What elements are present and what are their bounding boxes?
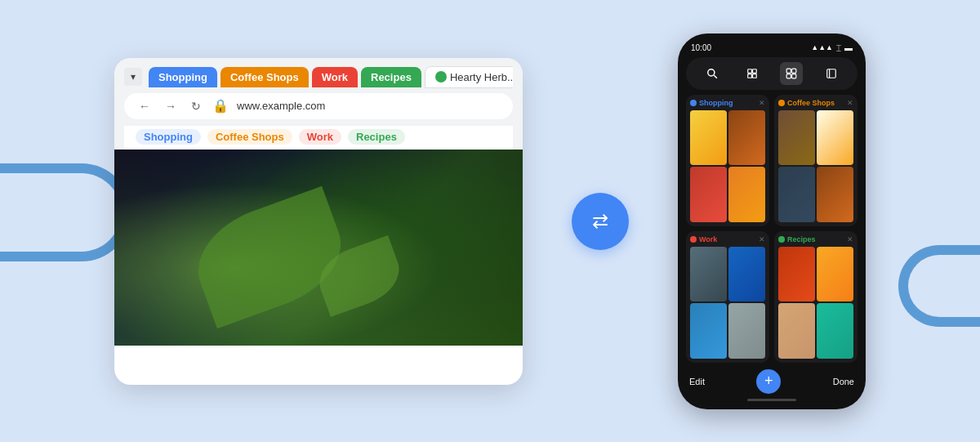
browser-tab-coffee-shops[interactable]: Coffee Shops	[220, 67, 309, 87]
phone-group-recipes-label: Recipes	[778, 235, 816, 243]
signal-icon: ▲▲▲	[811, 43, 833, 51]
phone-tab-group-shopping-header: Shopping ✕	[690, 99, 765, 107]
address-bar-text[interactable]: www.example.com	[237, 100, 501, 112]
phone-status-bar: 10:00 ▲▲▲ ⌶ ▬	[686, 43, 858, 52]
tab-group-work[interactable]: Work	[299, 129, 341, 145]
shopping-thumb-3	[690, 167, 727, 222]
coffee-group-close[interactable]: ✕	[847, 99, 853, 107]
recipes-thumbnails	[778, 247, 853, 359]
recipes-thumb-4	[817, 303, 853, 359]
forward-button[interactable]: →	[162, 98, 180, 114]
phone-time: 10:00	[691, 43, 711, 52]
main-container: ▾ Shopping Coffee Shops Work Recipes Hea…	[0, 0, 980, 442]
browser-tab-recipes[interactable]: Recipes	[361, 67, 421, 87]
svg-point-0	[708, 69, 715, 75]
edit-button[interactable]: Edit	[689, 377, 705, 386]
decorative-curve-right	[898, 245, 980, 327]
phone-tab-group-coffee-header: Coffee Shops ✕	[778, 99, 853, 107]
coffee-thumb-2	[817, 110, 853, 166]
recipes-dot	[778, 236, 785, 243]
recipes-label-text: Recipes	[787, 235, 816, 243]
phone-group-coffee-label: Coffee Shops	[778, 99, 835, 107]
phone-tab-group-shopping[interactable]: Shopping ✕	[686, 95, 769, 226]
phone-group-shopping-label: Shopping	[690, 99, 733, 107]
browser-tab-bar: ▾ Shopping Coffee Shops Work Recipes Hea…	[124, 66, 513, 88]
coffee-thumb-3	[778, 167, 815, 222]
transfer-icon: ⇄	[572, 193, 629, 250]
svg-rect-10	[827, 69, 836, 78]
shopping-thumbnails	[690, 110, 765, 222]
recipes-group-close[interactable]: ✕	[847, 235, 853, 243]
shopping-group-close[interactable]: ✕	[759, 99, 765, 107]
work-dot	[690, 236, 697, 243]
svg-rect-8	[786, 74, 791, 78]
search-icon-button[interactable]	[701, 62, 724, 85]
svg-rect-3	[752, 69, 756, 73]
tab-group-recipes[interactable]: Recipes	[348, 129, 405, 145]
add-icon: +	[764, 373, 773, 390]
transfer-arrows-icon: ⇄	[592, 210, 608, 233]
shopping-dot	[690, 100, 697, 106]
browser-tab-hearty[interactable]: Hearty Herb...	[425, 66, 513, 88]
phone-tabs-grid: Shopping ✕ Coffee Shops	[686, 95, 858, 363]
recipes-thumb-3	[778, 303, 815, 359]
browser-chrome: ▾ Shopping Coffee Shops Work Recipes Hea…	[114, 58, 523, 150]
phone-group-work-label: Work	[690, 235, 717, 243]
work-thumb-4	[728, 303, 765, 359]
coffee-label-text: Coffee Shops	[787, 99, 835, 107]
work-thumbnails	[690, 247, 765, 359]
svg-rect-5	[752, 74, 756, 78]
shopping-thumb-1	[690, 110, 727, 166]
shopping-thumb-4	[728, 167, 765, 222]
tabs-icon-button[interactable]	[741, 62, 764, 85]
home-indicator	[747, 399, 796, 401]
bookmarks-icon-button[interactable]	[820, 62, 843, 85]
phone-tab-group-coffee[interactable]: Coffee Shops ✕	[774, 95, 858, 226]
done-button[interactable]: Done	[833, 377, 854, 386]
svg-line-1	[715, 75, 718, 78]
work-group-close[interactable]: ✕	[759, 235, 765, 243]
decorative-curve-left	[0, 163, 131, 261]
svg-rect-7	[792, 69, 796, 73]
browser-address-bar: ← → ↻ 🔒 www.example.com	[124, 93, 513, 119]
recipes-thumb-2	[817, 247, 853, 302]
shopping-thumb-2	[728, 110, 765, 166]
add-tab-button[interactable]: +	[756, 369, 781, 394]
recipes-thumb-1	[778, 247, 815, 302]
svg-rect-2	[748, 69, 752, 73]
phone-tab-group-recipes[interactable]: Recipes ✕	[774, 231, 858, 363]
coffee-thumb-4	[817, 167, 853, 222]
browser-tab-shopping[interactable]: Shopping	[149, 67, 217, 87]
reload-button[interactable]: ↻	[188, 98, 204, 114]
phone-icons-bar	[686, 57, 858, 90]
tab-dropdown-button[interactable]: ▾	[124, 68, 142, 86]
work-thumb-2	[728, 247, 765, 302]
work-label-text: Work	[699, 235, 717, 243]
coffee-dot	[778, 100, 785, 106]
browser-tab-work[interactable]: Work	[312, 67, 358, 87]
security-icon: 🔒	[212, 98, 229, 114]
wifi-icon: ⌶	[836, 43, 841, 52]
battery-icon: ▬	[844, 43, 853, 52]
svg-rect-6	[786, 69, 791, 73]
svg-rect-9	[792, 74, 796, 78]
phone-bottom-bar: Edit + Done	[686, 363, 858, 394]
work-thumb-3	[690, 303, 727, 359]
phone-tab-group-recipes-header: Recipes ✕	[778, 235, 853, 243]
browser-content-area	[114, 150, 523, 346]
phone-mockup: 10:00 ▲▲▲ ⌶ ▬	[678, 33, 866, 409]
shopping-label-text: Shopping	[699, 99, 733, 107]
coffee-thumbnails	[778, 110, 853, 222]
browser-mockup: ▾ Shopping Coffee Shops Work Recipes Hea…	[114, 58, 523, 385]
phone-tab-group-work-header: Work ✕	[690, 235, 765, 243]
svg-rect-4	[748, 74, 752, 78]
tab-group-coffee-shops[interactable]: Coffee Shops	[207, 129, 292, 145]
coffee-thumb-1	[778, 110, 815, 166]
tab-group-shopping[interactable]: Shopping	[136, 129, 201, 145]
tab-groups-icon-button[interactable]	[780, 62, 803, 85]
hearty-tab-label: Hearty Herb...	[450, 71, 513, 83]
work-thumb-1	[690, 247, 727, 302]
phone-status-icons: ▲▲▲ ⌶ ▬	[811, 43, 853, 52]
phone-tab-group-work[interactable]: Work ✕	[686, 231, 769, 363]
back-button[interactable]: ←	[136, 98, 154, 114]
